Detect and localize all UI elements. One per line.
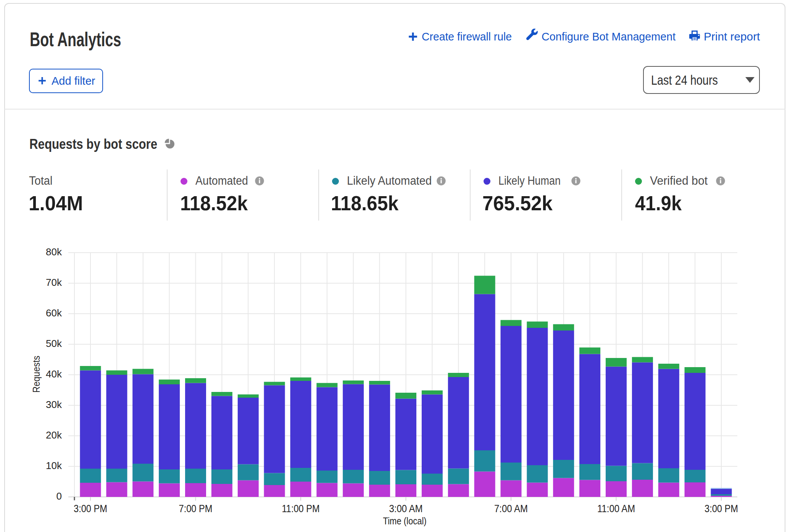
svg-text:20k: 20k xyxy=(46,429,62,441)
svg-text:3:00 PM: 3:00 PM xyxy=(74,503,107,514)
svg-text:Time (local): Time (local) xyxy=(383,515,427,527)
svg-text:50k: 50k xyxy=(46,338,62,349)
svg-text:30k: 30k xyxy=(46,399,62,410)
svg-text:3:00 PM: 3:00 PM xyxy=(705,503,738,514)
svg-text:11:00 PM: 11:00 PM xyxy=(282,503,320,514)
svg-text:7:00 AM: 7:00 AM xyxy=(494,503,528,514)
svg-text:40k: 40k xyxy=(46,368,62,380)
svg-text:Requests: Requests xyxy=(31,356,42,393)
svg-text:10k: 10k xyxy=(46,460,62,471)
svg-text:11:00 AM: 11:00 AM xyxy=(597,503,635,514)
svg-text:70k: 70k xyxy=(46,277,62,288)
svg-text:7:00 PM: 7:00 PM xyxy=(179,503,213,514)
svg-text:3:00 AM: 3:00 AM xyxy=(389,503,423,514)
svg-text:60k: 60k xyxy=(46,307,62,319)
svg-text:0: 0 xyxy=(56,490,62,502)
svg-text:80k: 80k xyxy=(46,246,62,258)
